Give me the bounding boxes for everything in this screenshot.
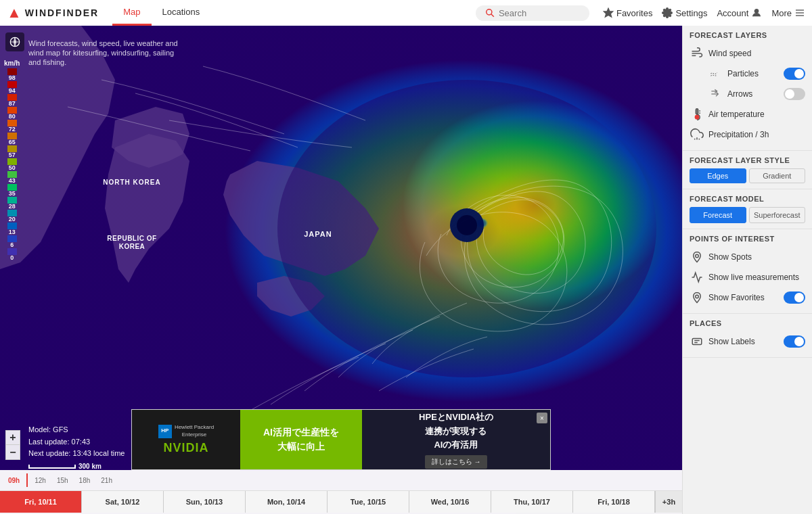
particles-icon (708, 66, 723, 81)
forecast-model-section: Forecast Model Forecast Superforecast (683, 189, 812, 229)
map-area[interactable]: Wind forecasts, wind speed, live weather… (0, 26, 682, 514)
timeline-hour-21[interactable]: 21h (95, 477, 118, 484)
search-box[interactable] (476, 5, 589, 21)
date-sat-1012[interactable]: Sat, 10/12 (82, 491, 164, 513)
points-of-interest-section: Points of Interest Show Spots Show live … (683, 229, 812, 314)
poi-title: Points of Interest (690, 235, 805, 243)
account-label: Account (717, 8, 748, 18)
show-spots-item[interactable]: Show Spots (690, 247, 805, 267)
favorites-poi-icon (690, 290, 704, 305)
svg-text:JAPAN: JAPAN (304, 230, 332, 238)
date-fri-1011[interactable]: Fri, 10/11 (0, 491, 82, 513)
legend-value-87: 87 (9, 101, 16, 107)
scale-text: 300 km (78, 463, 102, 470)
ad-close-button[interactable]: × (537, 413, 547, 423)
date-wed-1016[interactable]: Wed, 10/16 (409, 491, 491, 513)
svg-rect-40 (692, 339, 702, 345)
wind-speed-layer[interactable]: Wind speed (690, 43, 805, 64)
logo[interactable]: ▲ WINDFINDER (7, 4, 99, 22)
show-favorites-toggle[interactable] (784, 291, 805, 304)
legend-value-72: 72 (9, 126, 16, 133)
timeline-hour-12[interactable]: 12h (29, 477, 51, 484)
show-labels-item[interactable]: Show Labels (690, 331, 805, 352)
compass-icon (9, 37, 20, 47)
forecast-model-title: Forecast Model (690, 195, 805, 203)
date-sun-1013[interactable]: Sun, 10/13 (164, 491, 246, 513)
style-edges-button[interactable]: Edges (690, 168, 746, 183)
legend-value-43: 43 (9, 178, 16, 184)
zoom-out-button[interactable]: − (5, 445, 20, 460)
forecast-layer-style-title: Forecast Layer Style (690, 156, 805, 164)
particles-toggle[interactable] (784, 68, 805, 80)
timeline-dates: Fri, 10/11 Sat, 10/12 Sun, 10/13 Mon, 10… (0, 490, 682, 512)
show-labels-toggle[interactable] (784, 335, 805, 348)
ad-left-logo: HP Hewlett PackardEnterprise (158, 424, 214, 438)
next-update: Next update: 13:43 local time (28, 448, 125, 460)
settings-button[interactable]: Settings (662, 7, 707, 18)
precipitation-layer[interactable]: Precipitation / 3h (690, 124, 805, 145)
date-mon-1014[interactable]: Mon, 10/14 (246, 491, 328, 513)
header: ▲ WINDFINDER Map Locations Favorites Set… (0, 0, 812, 26)
settings-icon (662, 7, 673, 18)
svg-point-18 (457, 215, 477, 235)
particles-layer[interactable]: Particles (708, 64, 805, 84)
legend-value-80: 80 (9, 114, 16, 120)
show-favorites-item[interactable]: Show Favorites (690, 287, 805, 308)
more-button[interactable]: More (771, 7, 805, 18)
ad-cta-button[interactable]: 詳しはこちら → (425, 455, 488, 469)
wind-icon (690, 46, 704, 61)
forecast-layer-style-section: Forecast Layer Style Edges Gradient (683, 151, 812, 189)
air-temperature-label: Air temperature (708, 110, 805, 119)
date-thu-1017[interactable]: Thu, 10/17 (491, 491, 573, 513)
show-labels-label: Show Labels (708, 337, 780, 346)
arrows-layer[interactable]: Arrows (708, 84, 805, 104)
compass-button[interactable] (5, 32, 24, 51)
svg-point-0 (487, 9, 492, 15)
ad-right: HPEとNVIDIA社の連携が実現するAIの有活用 詳しはこちら → (362, 410, 550, 469)
legend-value-0: 0 (10, 255, 14, 261)
svg-point-32 (695, 115, 700, 120)
precipitation-label: Precipitation / 3h (708, 130, 805, 139)
precip-icon (690, 127, 704, 142)
forecast-layers-title: Forecast Layers (690, 31, 805, 39)
favorites-label: Favorites (616, 8, 652, 18)
account-button[interactable]: Account (717, 7, 762, 18)
style-gradient-button[interactable]: Gradient (749, 168, 806, 183)
live-measurements-icon (690, 270, 704, 285)
forecast-layers-section: Forecast Layers Wind speed (683, 26, 812, 151)
places-section: Places Show Labels (683, 314, 812, 358)
logo-icon: ▲ (7, 4, 22, 22)
show-live-measurements-label: Show live measurements (708, 273, 805, 282)
svg-text:REPUBLIC OF: REPUBLIC OF (107, 235, 156, 242)
search-input[interactable] (499, 8, 580, 18)
favorites-button[interactable]: Favorites (603, 7, 652, 18)
nav-tab-locations[interactable]: Locations (152, 0, 211, 26)
last-update: Last update: 07:43 (28, 436, 125, 448)
model-forecast-button[interactable]: Forecast (690, 207, 746, 223)
model-superforecast-button[interactable]: Superforecast (749, 207, 806, 223)
zoom-in-button[interactable]: + (5, 430, 20, 445)
svg-point-38 (696, 254, 699, 258)
nav-tab-map[interactable]: Map (112, 0, 151, 26)
timeline: 09h 12h 15h 18h 21h Fri, 10/11 Sat, 10/1… (0, 470, 682, 514)
timeline-hour-18[interactable]: 18h (74, 477, 96, 484)
places-title: Places (690, 319, 805, 327)
arrows-toggle[interactable] (784, 88, 805, 100)
ad-main-text: AI活用で生産性を大幅に向上 (263, 425, 339, 454)
svg-line-1 (491, 14, 494, 17)
show-spots-label: Show Spots (708, 252, 805, 262)
timeline-hour-15[interactable]: 15h (51, 477, 74, 484)
particles-label: Particles (727, 69, 780, 78)
ad-right-text: HPEとNVIDIA社の連携が実現するAIの有活用 (419, 411, 493, 452)
show-live-measurements-item[interactable]: Show live measurements (690, 267, 805, 287)
arrows-icon (708, 87, 723, 101)
date-fri-1018[interactable]: Fri, 10/18 (573, 491, 655, 513)
timeline-hour-09[interactable]: 09h (3, 477, 25, 484)
air-temperature-layer[interactable]: Air temperature (690, 104, 805, 124)
legend-value-13: 13 (9, 229, 16, 235)
spots-icon (690, 250, 704, 264)
date-tue-1015[interactable]: Tue, 10/15 (328, 491, 409, 513)
model-name: Model: GFS (28, 424, 125, 436)
next-3h-button[interactable]: +3h (655, 491, 682, 513)
legend-value-6: 6 (10, 242, 14, 248)
